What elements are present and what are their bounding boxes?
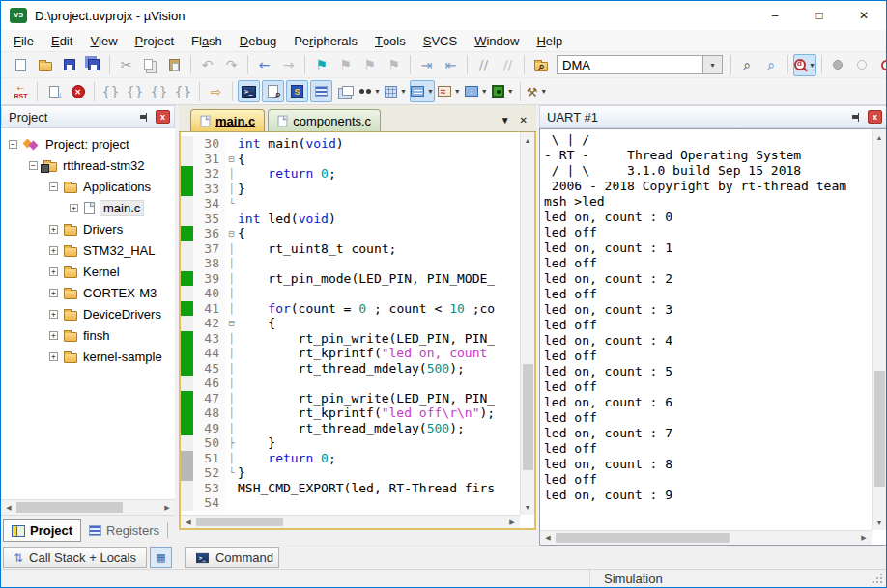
resize-grip[interactable] <box>871 570 886 587</box>
scroll-up-icon[interactable]: ▲ <box>873 131 886 143</box>
menu-window[interactable]: Window <box>466 30 528 51</box>
scroll-thumb[interactable] <box>196 518 283 526</box>
trace-windows-button[interactable]: ▼ <box>464 80 489 102</box>
close-button[interactable]: ✕ <box>842 1 886 30</box>
uart-output[interactable]: \ | / - RT - Thread Operating System / |… <box>544 132 870 528</box>
editor-tab-components-c[interactable]: components.c <box>268 109 381 131</box>
scroll-thumb[interactable] <box>556 533 730 543</box>
comment-button[interactable]: // <box>472 54 495 76</box>
code-area[interactable]: 30int main(void)31⊟{32│ return 0;33│}34└… <box>181 132 520 515</box>
step-into-button[interactable]: {} <box>100 80 122 102</box>
tab-list-icon[interactable]: ▼ <box>501 115 510 126</box>
bookmark-next-button[interactable]: ⚑ <box>358 54 381 76</box>
tree-item-kernel[interactable]: +Kernel <box>1 261 175 282</box>
enable-breakpoint-button[interactable] <box>851 54 873 76</box>
tree-item-finsh[interactable]: +finsh <box>1 324 175 346</box>
save-all-button[interactable] <box>82 54 104 76</box>
disable-breakpoint-button[interactable] <box>875 54 887 76</box>
expander-icon[interactable]: + <box>49 267 58 276</box>
expander-icon[interactable]: + <box>49 225 58 234</box>
scroll-right-icon[interactable]: ▶ <box>858 531 870 545</box>
incremental-find-button[interactable]: ⌕ <box>760 54 783 76</box>
reset-cpu-button[interactable] <box>10 80 32 102</box>
run-to-line-button[interactable] <box>43 80 65 102</box>
tab-registers[interactable]: Registers <box>81 519 167 542</box>
editor-tab-main-c[interactable]: main.c <box>190 109 265 131</box>
tab-callstack-locals[interactable]: ⇅ Call Stack + Locals <box>3 547 147 568</box>
close-document-icon[interactable]: ✕ <box>520 115 528 126</box>
bookmark-clear-button[interactable]: ⚑ <box>383 54 405 76</box>
editor-vscrollbar[interactable]: ▲ ▼ <box>520 132 534 515</box>
expander-icon[interactable]: − <box>49 182 58 191</box>
tree-item-main-c[interactable]: +main.c <box>1 197 175 218</box>
scroll-thumb[interactable] <box>523 364 533 470</box>
scroll-left-icon[interactable]: ◀ <box>542 531 554 545</box>
expander-icon[interactable]: + <box>49 310 58 319</box>
paste-button[interactable] <box>163 54 186 76</box>
expander-icon[interactable]: + <box>49 352 58 361</box>
menu-edit[interactable]: Edit <box>43 30 81 51</box>
navigate-back-button[interactable]: ← <box>253 54 275 76</box>
system-viewer-button[interactable]: ▼ <box>491 80 515 102</box>
undo-button[interactable]: ↶ <box>196 54 218 76</box>
uart-vscrollbar[interactable]: ▲ ▼ <box>872 129 886 530</box>
close-panel-button[interactable]: x <box>156 110 170 124</box>
disassembly-window-button[interactable] <box>262 80 284 102</box>
search-box[interactable] <box>557 55 703 74</box>
symbols-window-button[interactable] <box>286 80 308 102</box>
serial-windows-button[interactable]: ▼ <box>410 80 435 102</box>
menu-peripherals[interactable]: Peripherals <box>285 30 366 51</box>
save-button[interactable] <box>58 54 80 76</box>
search-dropdown-icon[interactable]: ▼ <box>703 55 723 74</box>
step-over-button[interactable]: {} <box>124 80 146 102</box>
tree-item-stm32-hal[interactable]: +STM32_HAL <box>1 239 175 261</box>
project-hscrollbar[interactable]: ◀ ▶ <box>1 499 175 515</box>
expander-icon[interactable]: − <box>9 140 17 149</box>
scroll-right-icon[interactable]: ▶ <box>161 500 173 515</box>
callstack-window-button[interactable] <box>334 80 357 102</box>
stop-debug-button[interactable] <box>67 80 89 102</box>
expander-icon[interactable]: + <box>49 289 58 297</box>
find-in-files-button[interactable]: ⌕ <box>736 54 758 76</box>
expander-icon[interactable]: + <box>70 204 78 212</box>
outdent-button[interactable]: ⇤ <box>440 54 462 76</box>
bookmark-prev-button[interactable]: ⚑ <box>334 54 357 76</box>
redo-button[interactable]: ↷ <box>220 54 243 76</box>
menu-flash[interactable]: Flash <box>183 30 231 51</box>
tree-item-kernel-sample[interactable]: +kernel-sample <box>1 346 175 367</box>
copy-button[interactable] <box>139 54 161 76</box>
pin-icon[interactable] <box>851 111 862 123</box>
show-next-statement-button[interactable]: ⇨ <box>205 80 227 102</box>
tab-project[interactable]: Project <box>3 519 81 542</box>
cut-button[interactable]: ✂ <box>115 54 137 76</box>
scroll-up-icon[interactable]: ▲ <box>521 134 534 146</box>
tree-item-applications[interactable]: −Applications <box>1 176 175 197</box>
tree-item-project-project[interactable]: −Project: project <box>1 133 175 154</box>
expander-icon[interactable]: + <box>49 246 58 255</box>
run-to-cursor-button[interactable]: {} <box>172 80 194 102</box>
find-dropdown-button[interactable]: ▼ <box>793 54 816 76</box>
menu-project[interactable]: Project <box>127 30 183 51</box>
toolbox-button[interactable]: ▼ <box>526 80 549 102</box>
tree-item-drivers[interactable]: +Drivers <box>1 218 175 239</box>
scroll-left-icon[interactable]: ◀ <box>3 500 14 515</box>
menu-tools[interactable]: Tools <box>366 30 415 51</box>
find-in-scope-icon[interactable] <box>529 54 552 76</box>
tab-command[interactable]: Command <box>185 547 279 568</box>
fold-marker[interactable]: ⊟ <box>225 152 238 167</box>
registers-window-button[interactable] <box>310 80 332 102</box>
navigate-forward-button[interactable]: → <box>277 54 300 76</box>
uart-hscrollbar[interactable]: ◀ ▶ <box>540 530 872 545</box>
tree-item-devicedrivers[interactable]: +DeviceDrivers <box>1 303 175 324</box>
uncomment-button[interactable]: // <box>497 54 519 76</box>
watch-windows-button[interactable]: ▼ <box>358 80 382 102</box>
maximize-button[interactable]: □ <box>797 1 842 30</box>
tree-item-cortex-m3[interactable]: +CORTEX-M3 <box>1 282 175 303</box>
menu-help[interactable]: Help <box>528 30 571 51</box>
editor-hscrollbar[interactable]: ◀ ▶ <box>181 515 520 528</box>
command-window-button[interactable] <box>238 80 260 102</box>
menu-view[interactable]: View <box>81 30 126 51</box>
expander-icon[interactable]: + <box>49 331 58 340</box>
pin-icon[interactable] <box>139 111 150 123</box>
menu-debug[interactable]: Debug <box>231 30 285 51</box>
